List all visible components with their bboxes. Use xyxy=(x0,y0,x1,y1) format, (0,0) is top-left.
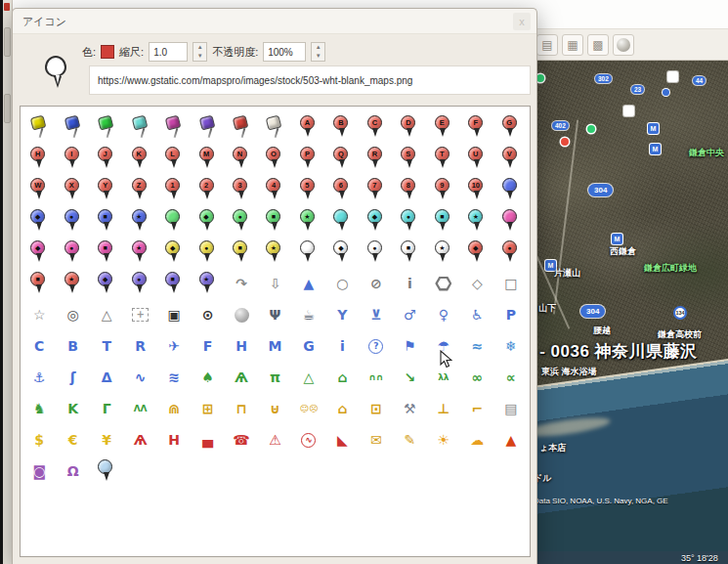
pin-I-icon[interactable]: I xyxy=(56,143,89,174)
info-outline-icon[interactable]: i xyxy=(393,268,426,299)
circle-target-icon[interactable]: ⊙ xyxy=(191,299,224,330)
pin-3-icon[interactable]: 3 xyxy=(225,174,258,205)
gas-station-icon[interactable]: ⊥ xyxy=(427,393,460,424)
falling-rocks-icon[interactable]: ◣ xyxy=(325,424,359,456)
heliport-icon[interactable]: H xyxy=(225,330,258,362)
show-in-maps-button[interactable]: ▩ xyxy=(587,34,609,56)
parking-icon[interactable]: P xyxy=(494,299,528,330)
snack-bar-icon[interactable]: ⊻ xyxy=(360,299,393,330)
pin-P-icon[interactable]: P xyxy=(292,143,325,174)
purple-diamond-pin-icon[interactable]: ◆ xyxy=(90,268,123,299)
pin-4-icon[interactable]: 4 xyxy=(258,174,291,205)
airport-icon[interactable]: ✈ xyxy=(157,330,191,362)
park-people-icon[interactable]: ∩∩ xyxy=(360,362,393,393)
dialog-titlebar[interactable]: アイコン x xyxy=(13,9,536,34)
hospital-icon[interactable]: H xyxy=(157,424,191,456)
sidebar-scroll-nub[interactable] xyxy=(4,27,11,57)
cabin-icon[interactable]: ⌂ xyxy=(325,362,359,393)
opacity-spin-down[interactable]: ▼ xyxy=(312,52,324,61)
ltblu-circle-pin-icon[interactable]: ● xyxy=(393,205,426,237)
pin-5-icon[interactable]: 5 xyxy=(292,174,325,205)
pin-6-icon[interactable]: 6 xyxy=(325,174,359,205)
subway-icon[interactable]: M xyxy=(258,330,291,362)
fishing-icon[interactable]: ʃ xyxy=(56,362,89,393)
pin-Z-icon[interactable]: Z xyxy=(123,174,156,205)
pin-O-icon[interactable]: O xyxy=(258,143,291,174)
curved-arrow-icon[interactable]: ↷ xyxy=(225,268,258,299)
rafting-icon[interactable]: ≋ xyxy=(157,362,191,393)
fire-icon[interactable]: Ѧ xyxy=(123,424,156,456)
save-image-button[interactable]: ▦ xyxy=(562,34,583,56)
partly-cloudy-icon[interactable]: ☁ xyxy=(460,424,493,456)
theater-icon[interactable]: ☺☹ xyxy=(292,393,325,424)
pin-V-icon[interactable]: V xyxy=(494,143,528,174)
pin-U-icon[interactable]: U xyxy=(460,143,493,174)
grn-circle-pin-icon[interactable]: ● xyxy=(225,205,258,237)
blue-blank-pin-icon[interactable] xyxy=(494,174,528,205)
earthquake-icon[interactable]: ∿ xyxy=(292,424,325,456)
pin-J-icon[interactable]: J xyxy=(90,143,123,174)
cycling-icon[interactable]: ∞ xyxy=(460,362,493,393)
coffee-icon[interactable]: ☕ xyxy=(292,299,325,330)
motorcycling-icon[interactable]: ∝ xyxy=(494,362,528,393)
wht-square-pin-icon[interactable]: ■ xyxy=(393,237,426,268)
rail-icon[interactable]: R xyxy=(123,330,156,362)
red-circle-pin-icon[interactable]: ● xyxy=(494,237,528,268)
ylw-pushpin-icon[interactable] xyxy=(22,111,56,143)
ltblu-blank-pin-icon[interactable] xyxy=(325,205,359,237)
wht-blank-pin-icon[interactable] xyxy=(292,237,325,268)
pin-M-icon[interactable]: M xyxy=(191,143,224,174)
pink-blank-pin-icon[interactable] xyxy=(494,205,528,237)
sunny-icon[interactable]: ☀ xyxy=(427,424,460,456)
satellite-map-view[interactable]: 3024423402MM鎌倉中央304M西鎌倉M鎌倉広町緑地片瀬山白山下3041… xyxy=(533,61,728,564)
grn-diamond-pin-icon[interactable]: ◆ xyxy=(191,205,224,237)
sidebar-scroll-nub[interactable] xyxy=(4,94,11,123)
volcano-icon[interactable]: ▲ xyxy=(494,424,528,456)
crosshair-frame-icon[interactable]: + xyxy=(123,299,156,330)
post-office-icon[interactable]: ✉ xyxy=(360,424,393,456)
golf-icon[interactable]: Γ xyxy=(90,393,123,424)
tram-icon[interactable]: G xyxy=(292,330,325,362)
lodging-icon[interactable]: ▄ xyxy=(191,424,224,456)
camera-icon[interactable]: ◙ xyxy=(22,456,56,487)
scale-spin-down[interactable]: ▼ xyxy=(193,52,206,61)
blue-diamond-pin-icon[interactable]: ◆ xyxy=(22,205,56,237)
truck-icon[interactable]: T xyxy=(90,330,123,362)
ylw-diamond-pin-icon[interactable]: ◆ xyxy=(157,237,191,268)
blue-star-pin-icon[interactable]: ★ xyxy=(123,205,156,237)
pin-F-icon[interactable]: F xyxy=(460,111,493,143)
dollar-icon[interactable]: $ xyxy=(22,424,56,456)
pin-L-icon[interactable]: L xyxy=(157,143,191,174)
opacity-input[interactable] xyxy=(263,42,306,62)
pin-B-icon[interactable]: B xyxy=(325,111,359,143)
info-blue-icon[interactable]: i xyxy=(325,330,359,362)
pin-N-icon[interactable]: N xyxy=(225,143,258,174)
open-square-icon[interactable]: □ xyxy=(494,268,528,299)
no-entry-icon[interactable]: ⊘ xyxy=(360,268,393,299)
flag-icon[interactable]: ⚑ xyxy=(393,330,426,362)
pin-10-icon[interactable]: 10 xyxy=(460,174,493,205)
anchor-icon[interactable]: ⚓ xyxy=(22,362,56,393)
grn-square-pin-icon[interactable]: ■ xyxy=(258,205,291,237)
bar-icon[interactable]: Y xyxy=(325,299,359,330)
ferry-icon[interactable]: F xyxy=(191,330,224,362)
campground-icon[interactable]: △ xyxy=(292,362,325,393)
grn-blank-pin-icon[interactable] xyxy=(157,205,191,237)
swimming-icon[interactable]: ∿ xyxy=(123,362,156,393)
ltblu-diamond-pin-icon[interactable]: ◆ xyxy=(360,205,393,237)
pin-A-icon[interactable]: A xyxy=(292,111,325,143)
close-button[interactable]: x xyxy=(513,13,531,30)
webcam-icon[interactable]: Ω xyxy=(56,456,89,487)
purple-square-pin-icon[interactable]: ■ xyxy=(157,268,191,299)
red-star-pin-icon[interactable]: ★ xyxy=(56,268,89,299)
pink-pushpin-icon[interactable] xyxy=(157,111,191,143)
pin-W-icon[interactable]: W xyxy=(22,174,56,205)
grn-pushpin-icon[interactable] xyxy=(90,111,123,143)
mechanic-icon[interactable]: ⚒ xyxy=(393,393,426,424)
phone-icon[interactable]: ☎ xyxy=(225,424,258,456)
grn-star-pin-icon[interactable]: ★ xyxy=(292,205,325,237)
euro-icon[interactable]: € xyxy=(56,424,89,456)
pin-S-icon[interactable]: S xyxy=(393,143,426,174)
groceries-icon[interactable]: ⊓ xyxy=(225,393,258,424)
pin-8-icon[interactable]: 8 xyxy=(393,174,426,205)
